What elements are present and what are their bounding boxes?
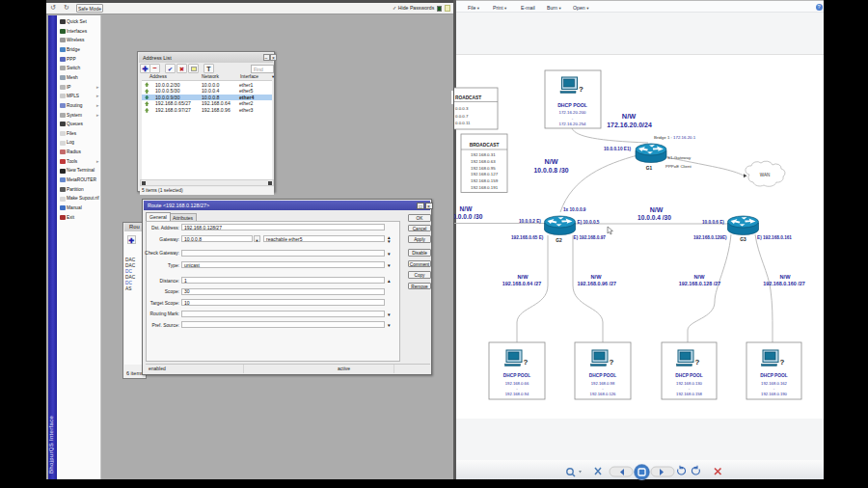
svg-text:N/W: N/W xyxy=(518,274,529,280)
svg-text:10.0.0.2 E): 10.0.0.2 E) xyxy=(519,219,541,224)
svg-text:192.168.0.130: 192.168.0.130 xyxy=(676,381,702,386)
svg-text:192.168.0.66: 192.168.0.66 xyxy=(505,381,529,386)
svg-text:N/W: N/W xyxy=(545,157,558,166)
svg-text:DHCP POOL: DHCP POOL xyxy=(589,373,616,378)
svg-text:192.168.0.159: 192.168.0.159 xyxy=(471,178,499,183)
svg-text:10.0.0.6 E): 10.0.0.6 E) xyxy=(702,220,724,225)
svg-text:DHCP POOL: DHCP POOL xyxy=(503,373,530,378)
svg-text:192.168.0.128 /27: 192.168.0.128 /27 xyxy=(679,281,720,286)
svg-text:192.168.0.96 /27: 192.168.0.96 /27 xyxy=(578,281,616,286)
svg-text:E) 192.168.0.161: E) 192.168.0.161 xyxy=(757,235,792,240)
svg-text:Bridge 1 : 172.16.20.1: Bridge 1 : 172.16.20.1 xyxy=(654,135,696,140)
svg-text:10.0.0.8 /30: 10.0.0.8 /30 xyxy=(534,167,569,174)
svg-text:ROADCAST: ROADCAST xyxy=(455,95,481,100)
svg-text:DHCP POOL: DHCP POOL xyxy=(760,373,787,378)
svg-text:192.168.0.127: 192.168.0.127 xyxy=(471,172,499,176)
svg-text:192.168.0.31: 192.168.0.31 xyxy=(471,152,496,157)
svg-text:192.168.0.65 E): 192.168.0.65 E) xyxy=(511,235,544,240)
svg-text:G3: G3 xyxy=(740,237,746,242)
svg-text:1x 10.0.0.9: 1x 10.0.0.9 xyxy=(563,207,586,212)
svg-text:G2: G2 xyxy=(556,238,562,243)
svg-text:192.168.0.158: 192.168.0.158 xyxy=(676,392,702,396)
svg-text:192.168.0.94: 192.168.0.94 xyxy=(505,392,529,396)
svg-text:WAN: WAN xyxy=(760,173,771,177)
svg-text:0.0.0.7: 0.0.0.7 xyxy=(455,114,469,119)
svg-text:E) 10.0.0.5: E) 10.0.0.5 xyxy=(578,220,600,225)
svg-text:G1: G1 xyxy=(646,166,653,171)
svg-text:10.0.0.0 /30: 10.0.0.0 /30 xyxy=(454,213,483,220)
svg-text:DHCP POOL: DHCP POOL xyxy=(557,102,588,108)
svg-text:172.16.20.200: 172.16.20.200 xyxy=(558,110,586,115)
svg-text:192.168.0.190: 192.168.0.190 xyxy=(761,392,787,396)
svg-text:S1-Gateway: S1-Gateway xyxy=(667,155,692,160)
svg-text:192.168.0.191: 192.168.0.191 xyxy=(471,185,499,190)
svg-text:BROADCAST: BROADCAST xyxy=(470,143,500,148)
svg-text:172.16.20.254: 172.16.20.254 xyxy=(558,122,586,126)
svg-text:N/W: N/W xyxy=(591,274,603,280)
svg-text:E) 192.168.0.97: E) 192.168.0.97 xyxy=(574,235,607,240)
svg-text:DHCP POOL: DHCP POOL xyxy=(675,373,702,378)
svg-text:0.0.0.3: 0.0.0.3 xyxy=(455,106,469,111)
svg-text:192.168.0.126: 192.168.0.126 xyxy=(590,392,616,396)
svg-text:10.0.0.4 /30: 10.0.0.4 /30 xyxy=(637,214,671,221)
svg-text:10.0.0.10 E1): 10.0.0.10 E1) xyxy=(604,147,632,151)
svg-text:192.168.0.129E): 192.168.0.129E) xyxy=(693,235,727,240)
svg-text:192.168.0.160 /27: 192.168.0.160 /27 xyxy=(763,281,804,286)
svg-text:N/W: N/W xyxy=(622,112,636,121)
svg-text:N/W: N/W xyxy=(460,205,474,212)
svg-text:192.168.0.64 /27: 192.168.0.64 /27 xyxy=(502,281,541,286)
svg-text:PPPoE Client: PPPoE Client xyxy=(665,164,692,169)
svg-text:192.168.0.98: 192.168.0.98 xyxy=(591,381,615,386)
svg-text:N/W: N/W xyxy=(650,206,664,213)
svg-text:192.168.0.63: 192.168.0.63 xyxy=(471,159,496,164)
svg-text:0.0.0.11: 0.0.0.11 xyxy=(455,121,471,125)
svg-text:N/W: N/W xyxy=(780,274,792,280)
svg-text:192.168.0.162: 192.168.0.162 xyxy=(761,381,787,386)
svg-text:172.16.20.0/24: 172.16.20.0/24 xyxy=(607,122,652,128)
svg-text:192.168.0.95: 192.168.0.95 xyxy=(471,166,496,171)
svg-text:N/W: N/W xyxy=(694,274,706,280)
